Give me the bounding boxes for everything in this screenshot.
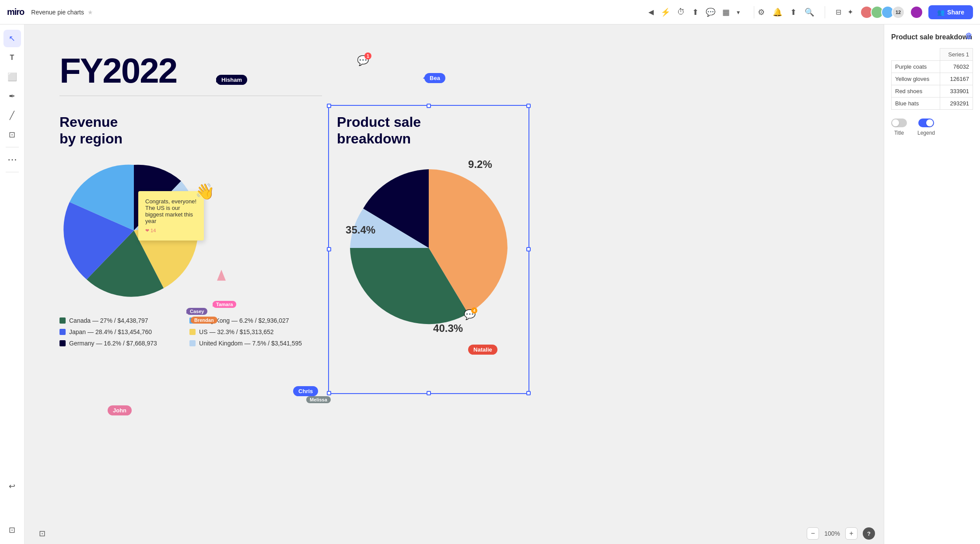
- document-title[interactable]: Revenue pie charts: [31, 9, 84, 16]
- cell-blue-label: Blue hats: [892, 98, 940, 110]
- cell-purple-value: 76032: [940, 61, 973, 73]
- revenue-chart-section: Revenueby region: [60, 114, 302, 347]
- legend-label-japan: Japan — 28.4% / $13,454,760: [69, 328, 152, 335]
- bottom-bar: ⊡ − 100% + ?: [24, 523, 884, 544]
- tool-undo[interactable]: ↩: [4, 478, 21, 495]
- legend-label-canada: Canada — 27% / $4,438,797: [69, 317, 148, 324]
- toggle-row: Title Legend: [891, 119, 973, 136]
- zoom-level: 100%: [824, 530, 840, 537]
- toolbar-tools: ◀ ⚡ ⏱ ⬆ 💬 ▦ ▾: [648, 7, 740, 17]
- legend-dot-us: [189, 329, 196, 335]
- left-sidebar: ↖ T ⬜ ✒ ╱ ⊡ ⋯ ↩ ⊡: [0, 24, 24, 544]
- legend-canada: Canada — 27% / $4,438,797: [60, 317, 172, 324]
- label-9: 9.2%: [468, 158, 492, 171]
- revenue-pie-wrapper: Congrats, everyone! The US is our bigges…: [60, 156, 302, 307]
- upload-icon[interactable]: ⬆: [692, 7, 699, 17]
- avatar-count[interactable]: 12: [892, 6, 905, 19]
- lightning-icon[interactable]: ⚡: [661, 7, 670, 17]
- legend-us: US — 32.3% / $15,313,652: [189, 328, 302, 335]
- bottom-pages-icon[interactable]: ⊡: [33, 525, 51, 542]
- toggle-legend-label: Legend: [917, 130, 935, 136]
- cursor-label-brendan: Brendan: [191, 317, 217, 324]
- board-content: FY2022 💬 1 ▶ Hisham Revenueby region: [60, 51, 584, 347]
- panel-title: Product sale breakdown: [891, 33, 973, 41]
- chat-badge: 4: [471, 307, 477, 314]
- pointer-icon[interactable]: ✦: [847, 8, 853, 16]
- tool-pen[interactable]: ✒: [4, 87, 21, 105]
- help-button[interactable]: ?: [863, 527, 875, 540]
- tool-frame[interactable]: ⊡: [4, 126, 21, 143]
- handle-mr[interactable]: [526, 247, 531, 251]
- toggle-legend-knob: [926, 119, 933, 126]
- topbar: miro Revenue pie charts ★ ◀ ⚡ ⏱ ⬆ 💬 ▦ ▾ …: [0, 0, 980, 24]
- toggle-title-item: Title: [891, 119, 907, 136]
- chat-icon[interactable]: 💬: [706, 8, 715, 17]
- legend-label-germany: Germany — 16.2% / $7,668,973: [69, 340, 157, 347]
- toggle-legend[interactable]: [918, 119, 934, 127]
- cursor-brendan: ▶ Brendan: [191, 317, 195, 323]
- filter-icon[interactable]: ⊟: [836, 8, 841, 16]
- toggle-legend-item: Legend: [917, 119, 935, 136]
- table-row-yellow: Yellow gloves 126167: [892, 73, 973, 85]
- settings-icon[interactable]: ⚙: [758, 7, 765, 17]
- product-pie-wrapper: 35.4% 40.3% 9.2% 💬 4 ◀ Natalie: [337, 156, 521, 342]
- tool-note[interactable]: ⬜: [4, 68, 21, 86]
- toggle-title-label: Title: [894, 130, 904, 136]
- bottom-right: − 100% + ?: [807, 527, 875, 540]
- cursor-casey: ▶ Casey: [186, 308, 190, 314]
- bell-icon[interactable]: 🔔: [773, 8, 782, 17]
- tool-select[interactable]: ↖: [4, 30, 21, 47]
- tool-text[interactable]: T: [4, 49, 21, 66]
- zoom-minus-button[interactable]: −: [807, 527, 819, 540]
- canvas[interactable]: FY2022 💬 1 ▶ Hisham Revenueby region: [24, 24, 980, 544]
- legend-dot-germany: [60, 340, 66, 346]
- revenue-chart-title: Revenueby region: [60, 114, 302, 147]
- product-chart-title: Product salebreakdown: [337, 114, 521, 147]
- tool-more[interactable]: ⋯: [4, 151, 21, 168]
- zoom-plus-button[interactable]: +: [845, 527, 858, 540]
- filter-tools: ⊟ ✦: [836, 8, 853, 16]
- chevron-down-icon[interactable]: ▾: [737, 9, 740, 16]
- delete-icon[interactable]: 🗑: [965, 31, 973, 41]
- table-empty-header: [892, 49, 940, 61]
- wave-emoji: 👋: [195, 182, 215, 201]
- cursor-chris: ◀ Chris: [293, 388, 298, 395]
- star-icon[interactable]: ★: [88, 9, 93, 16]
- legend-dot-uk: [189, 340, 196, 346]
- handle-ml[interactable]: [327, 247, 331, 251]
- board-divider: [60, 95, 322, 96]
- cursor-john: ◀ John: [108, 407, 112, 414]
- product-pie-svg: [337, 156, 521, 340]
- handle-bl[interactable]: [327, 391, 331, 395]
- legend-dot-canada: [60, 317, 66, 324]
- handle-tl[interactable]: [327, 104, 331, 108]
- fy-title: FY2022: [60, 51, 177, 91]
- cursor-label-casey: Casey: [186, 308, 207, 315]
- timer-icon[interactable]: ⏱: [677, 7, 685, 17]
- handle-tr[interactable]: [526, 104, 531, 108]
- toggle-title[interactable]: [891, 119, 907, 127]
- chat-icon-wrapper: 💬: [706, 7, 715, 17]
- share-upload-icon[interactable]: ⬆: [790, 7, 797, 17]
- share-button[interactable]: 👥 Share: [928, 5, 973, 19]
- revenue-legend: Canada — 27% / $4,438,797 Hong Kong — 6.…: [60, 317, 302, 347]
- tool-pages[interactable]: ⊡: [4, 521, 21, 539]
- notification-wrapper: 🔔: [773, 7, 782, 17]
- handle-br[interactable]: [526, 391, 531, 395]
- nav-left-icon[interactable]: ◀: [648, 8, 654, 16]
- search-icon[interactable]: 🔍: [805, 7, 814, 17]
- avatar-group: 12: [860, 6, 905, 19]
- cell-red-label: Red shoes: [892, 85, 940, 98]
- handle-mb[interactable]: [427, 391, 431, 395]
- tool-shape[interactable]: ╱: [4, 107, 21, 124]
- cursor-tamara: ▶ Tamara: [213, 301, 217, 307]
- sticky-note[interactable]: Congrats, everyone! The US is our bigges…: [138, 191, 204, 241]
- grid-icon[interactable]: ▦: [722, 7, 730, 17]
- charts-row: Revenueby region: [60, 114, 584, 347]
- cursor-label-tamara: Tamara: [213, 301, 236, 308]
- chat-on-pie: 💬 4: [464, 309, 476, 321]
- cursor-label-chris: Chris: [293, 386, 318, 396]
- bottom-left: ⊡: [33, 525, 51, 542]
- cursor-label-natalie: Natalie: [468, 345, 497, 355]
- handle-mt[interactable]: [427, 104, 431, 108]
